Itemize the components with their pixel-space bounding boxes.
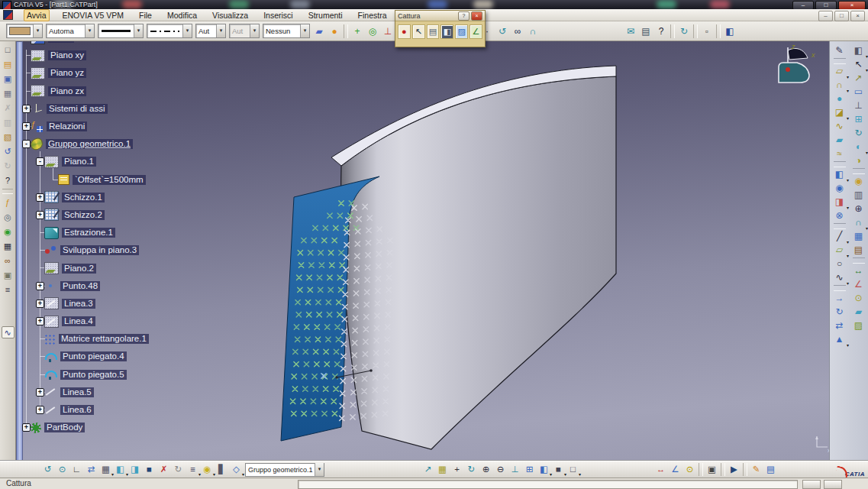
tree-item-relazioni[interactable]: + Relazioni bbox=[0, 118, 252, 135]
menu-finestra[interactable]: Finestra bbox=[356, 10, 389, 21]
padlock-icon[interactable]: ⊙ bbox=[684, 463, 695, 476]
cattura-close-button[interactable]: × bbox=[471, 11, 482, 21]
move-elements-icon[interactable]: + bbox=[351, 24, 363, 38]
menu-inserisci[interactable]: Inserisci bbox=[261, 10, 295, 21]
axis-system-icon[interactable]: ∟ bbox=[71, 463, 82, 476]
line-type-dropdown[interactable]: ▾ bbox=[147, 24, 192, 38]
minimize-button[interactable]: – bbox=[792, 1, 814, 9]
depth-effect-icon[interactable]: ▥ bbox=[851, 189, 866, 202]
tree-item-partbody[interactable]: + PartBody bbox=[0, 419, 252, 436]
healing-icon[interactable]: ◉ bbox=[832, 182, 847, 195]
globe-icon[interactable]: ⊙ bbox=[56, 463, 68, 476]
cattura-palette[interactable]: Cattura ? × ● ↖ ▤ ◧ ▨ ∠ bbox=[395, 10, 486, 47]
fill-color-dropdown[interactable]: ▾ bbox=[6, 24, 43, 38]
grid-icon[interactable]: ▦ bbox=[851, 230, 866, 243]
normal-view-icon[interactable]: ⊥ bbox=[851, 99, 866, 112]
paint-apply-icon[interactable]: ▰ bbox=[851, 306, 866, 319]
tree-expander[interactable]: - bbox=[22, 140, 31, 148]
status-button-2[interactable] bbox=[824, 480, 842, 489]
column-icon[interactable]: ▋ bbox=[216, 463, 227, 476]
formula-icon[interactable]: ƒ bbox=[2, 196, 14, 209]
tree-item-estrazione-1[interactable]: Estrazione.1 bbox=[0, 224, 252, 241]
measure-item-icon[interactable]: ∠ bbox=[670, 463, 681, 476]
tree-expander[interactable]: + bbox=[36, 406, 44, 414]
tree-expander[interactable]: + bbox=[22, 105, 31, 113]
copy-icon[interactable]: ▥ bbox=[2, 116, 14, 128]
chevron-down-icon[interactable]: ▾ bbox=[315, 463, 324, 476]
render-style-2-icon[interactable]: □ bbox=[567, 463, 579, 476]
fly-icon[interactable]: ↗ bbox=[422, 463, 434, 476]
circle-icon[interactable]: ○ bbox=[832, 257, 847, 270]
tree-item-linea-6[interactable]: + Linea.6 bbox=[0, 401, 252, 419]
line-icon[interactable]: ╱ bbox=[832, 230, 847, 243]
box-view-icon[interactable]: ◧ bbox=[115, 463, 126, 476]
pan-icon[interactable]: + bbox=[451, 463, 463, 476]
shading-icon[interactable]: ◐ bbox=[851, 141, 866, 154]
layers-icon[interactable]: ▤ bbox=[640, 24, 652, 38]
camera-icon[interactable]: ▣ bbox=[706, 463, 718, 476]
chevron-down-icon[interactable]: ▾ bbox=[33, 24, 42, 37]
highlight-icon[interactable]: ◉ bbox=[202, 463, 213, 476]
menu-file[interactable]: File bbox=[137, 10, 154, 21]
chevron-down-icon[interactable]: ▾ bbox=[134, 24, 143, 37]
swap-visible-space-icon[interactable]: ↺ bbox=[42, 463, 53, 476]
paste-icon[interactable]: ▧ bbox=[2, 131, 14, 143]
tree-item-piano-2[interactable]: Piano.2 bbox=[0, 259, 252, 277]
plane-icon[interactable]: ▱ bbox=[832, 244, 847, 257]
swirl-gray-icon[interactable]: ↻ bbox=[173, 463, 184, 476]
blend-surface-icon[interactable]: ≈ bbox=[832, 147, 847, 160]
menu-modifica[interactable]: Modifica bbox=[165, 10, 199, 21]
print-icon[interactable]: ▦ bbox=[2, 87, 14, 99]
design-table-link-icon[interactable]: ∞ bbox=[2, 254, 14, 267]
check-semaphore-icon[interactable]: ◉ bbox=[2, 225, 14, 238]
tree-expander[interactable]: + bbox=[36, 282, 44, 290]
record-button[interactable]: ● bbox=[398, 24, 411, 39]
mail-icon[interactable]: ✉ bbox=[624, 24, 637, 38]
tree-expander[interactable]: + bbox=[36, 211, 44, 219]
mdi-minimize-button[interactable]: – bbox=[818, 11, 833, 21]
mass-properties-icon[interactable]: ⊙ bbox=[851, 292, 866, 305]
tree-item-linea-4[interactable]: + Linea.4 bbox=[0, 313, 252, 330]
arc-view-icon[interactable]: ∩ bbox=[527, 24, 539, 38]
painter-icon[interactable]: ▰ bbox=[313, 24, 325, 38]
menu-enovia-v5-vpm[interactable]: ENOVIA V5 VPM bbox=[60, 10, 127, 21]
measure-between-icon[interactable]: ↔ bbox=[655, 463, 666, 476]
four-view-icon[interactable]: ▦ bbox=[437, 463, 448, 476]
tree-expander[interactable]: - bbox=[36, 157, 44, 166]
axis-constraint-icon[interactable]: ⊥ bbox=[382, 24, 394, 38]
catalog-icon[interactable]: ▤ bbox=[851, 244, 866, 257]
join-surface-icon[interactable]: ◧ bbox=[832, 168, 847, 181]
undo-icon[interactable]: ↺ bbox=[2, 145, 14, 157]
scaling-icon[interactable]: ▲ bbox=[832, 333, 847, 346]
select-cursor-icon[interactable]: ↖ bbox=[851, 58, 866, 71]
tree-item-part1[interactable]: Part1 bbox=[0, 41, 252, 47]
view-mode-icon[interactable]: ◧ bbox=[851, 44, 866, 57]
diamond-icon[interactable]: ◇ bbox=[231, 463, 242, 476]
snap-center-icon[interactable]: ◎ bbox=[366, 24, 379, 38]
cattura-help-button[interactable]: ? bbox=[458, 11, 469, 21]
measure-between-icon[interactable]: ↔ bbox=[851, 264, 866, 277]
sweep-surface-icon[interactable]: ∿ bbox=[832, 120, 847, 133]
rotate-edit-icon[interactable]: ↻ bbox=[678, 24, 690, 38]
sphere-surface-icon[interactable]: ● bbox=[832, 92, 847, 105]
cut-icon[interactable]: ✗ bbox=[2, 102, 14, 114]
list-icon[interactable]: ≡ bbox=[2, 283, 14, 296]
multi-view-icon[interactable]: ⊞ bbox=[851, 113, 866, 126]
options-button[interactable]: ▤ bbox=[427, 24, 440, 39]
power-input-field[interactable] bbox=[298, 480, 798, 489]
rotate-3d-icon[interactable]: ∩ bbox=[851, 216, 866, 229]
whats-this-icon[interactable]: ? bbox=[655, 24, 667, 38]
hide-show-icon[interactable]: ◑ bbox=[851, 154, 866, 167]
offset-surface-icon[interactable]: ◪ bbox=[832, 106, 847, 119]
tree-expander[interactable]: + bbox=[36, 388, 44, 397]
light-effect-icon[interactable]: ◉ bbox=[851, 175, 866, 188]
menu-visualizza[interactable]: Visualizza bbox=[210, 10, 250, 21]
tree-item-piano-xy[interactable]: Piano xy bbox=[0, 47, 252, 64]
magnifier-icon[interactable]: ⊕ bbox=[851, 202, 866, 215]
chevron-down-icon[interactable]: ▾ bbox=[216, 24, 225, 37]
capture-image-button[interactable]: ▨ bbox=[455, 24, 468, 39]
light-source-icon[interactable]: ● bbox=[328, 24, 340, 38]
comment-balloon-icon[interactable]: ◎ bbox=[2, 211, 14, 223]
mdi-close-button[interactable]: × bbox=[850, 11, 865, 21]
revolve-surface-icon[interactable]: ∩ bbox=[832, 79, 847, 92]
